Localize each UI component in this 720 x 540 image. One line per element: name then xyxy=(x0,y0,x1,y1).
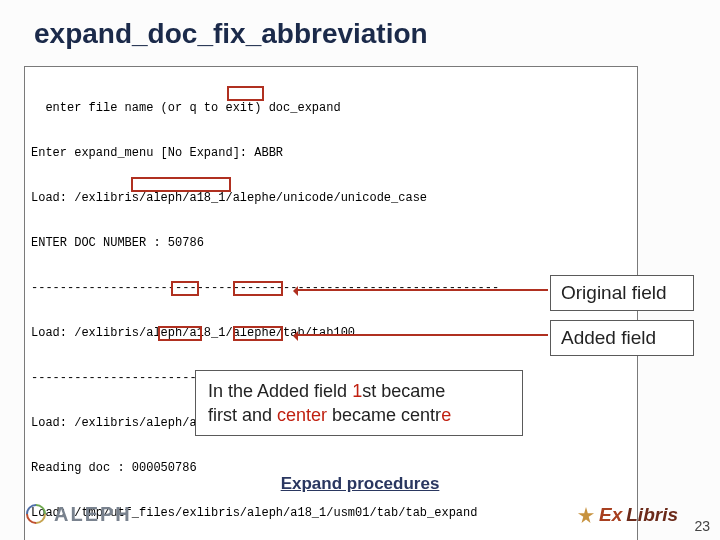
terminal-line: Enter expand_menu [No Expand]: ABBR xyxy=(31,146,631,161)
callout-added-field: Added field xyxy=(550,320,694,356)
exlibris-logo-libris: Libris xyxy=(626,504,678,526)
aleph-logo-text: ALEPH xyxy=(54,503,132,526)
exlibris-logo-ex: Ex xyxy=(599,504,622,526)
page-number: 23 xyxy=(694,518,710,534)
terminal-line: Load: /exlibris/aleph/a18_1/alephe/tab/t… xyxy=(31,326,631,341)
callout-original-field: Original field xyxy=(550,275,694,311)
exlibris-logo: ExLibris xyxy=(577,504,678,526)
explain-text: e xyxy=(441,405,451,425)
explain-text: In the Added field xyxy=(208,381,352,401)
terminal-line: enter file name (or q to exit) doc_expan… xyxy=(31,101,631,116)
svg-marker-0 xyxy=(578,507,594,523)
star-icon xyxy=(577,506,595,524)
explain-text: became centr xyxy=(327,405,441,425)
explain-text: st became xyxy=(362,381,445,401)
explain-box: In the Added field 1st became first and … xyxy=(195,370,523,436)
explain-text: center xyxy=(277,405,327,425)
aleph-logo: ALEPH xyxy=(24,502,132,526)
terminal-line: ENTER DOC NUMBER : 50786 xyxy=(31,236,631,251)
explain-text: 1 xyxy=(352,381,362,401)
terminal-output: enter file name (or q to exit) doc_expan… xyxy=(24,66,638,540)
whirl-icon xyxy=(24,502,48,526)
terminal-line: Load: /exlibris/aleph/a18_1/alephe/unico… xyxy=(31,191,631,206)
expand-procedures-link[interactable]: Expand procedures xyxy=(0,474,720,494)
explain-text: first and xyxy=(208,405,277,425)
page-title: expand_doc_fix_abbreviation xyxy=(0,0,720,56)
terminal-line: ----------------------------------------… xyxy=(31,281,631,296)
